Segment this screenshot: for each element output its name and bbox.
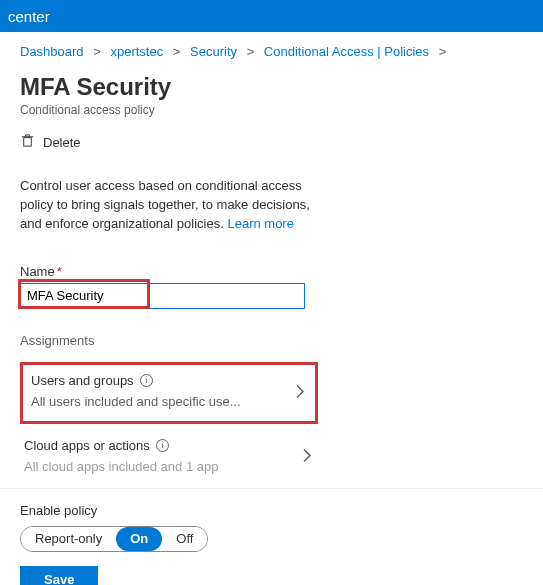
assignments-heading: Assignments: [20, 333, 523, 348]
chevron-right-icon: [295, 384, 305, 401]
policy-description: Control user access based on conditional…: [20, 177, 320, 234]
cloud-apps-item[interactable]: Cloud apps or actions i All cloud apps i…: [20, 430, 318, 484]
save-button[interactable]: Save: [20, 566, 98, 585]
breadcrumb-conditional-access[interactable]: Conditional Access | Policies: [264, 44, 429, 59]
page-title: MFA Security: [20, 73, 523, 101]
chevron-right-icon: >: [439, 44, 447, 59]
page-subtitle: Conditional access policy: [20, 103, 523, 117]
breadcrumb-security[interactable]: Security: [190, 44, 237, 59]
toggle-off[interactable]: Off: [162, 527, 207, 551]
info-icon[interactable]: i: [140, 374, 153, 387]
main-content: Dashboard > xpertstec > Security > Condi…: [0, 32, 543, 585]
breadcrumb-xpertstec[interactable]: xpertstec: [110, 44, 163, 59]
chevron-right-icon: [302, 448, 312, 465]
top-bar-title: center: [8, 8, 50, 25]
enable-policy-label: Enable policy: [20, 503, 523, 518]
toggle-report-only[interactable]: Report-only: [21, 527, 116, 551]
trash-icon: [20, 133, 35, 151]
delete-label: Delete: [43, 135, 81, 150]
info-icon[interactable]: i: [156, 439, 169, 452]
svg-rect-0: [24, 138, 32, 146]
name-label: Name*: [20, 264, 523, 279]
toggle-on[interactable]: On: [116, 527, 162, 551]
delete-button[interactable]: Delete: [20, 133, 523, 151]
cloud-apps-subtitle: All cloud apps included and 1 app: [24, 459, 264, 474]
name-input[interactable]: [20, 283, 305, 309]
chevron-right-icon: >: [173, 44, 181, 59]
chevron-right-icon: >: [247, 44, 255, 59]
top-bar: center: [0, 0, 543, 32]
assignments-accordion: Users and groups i All users included an…: [20, 362, 318, 484]
users-groups-title: Users and groups: [31, 373, 134, 388]
name-field-wrap: [20, 283, 523, 309]
cloud-apps-title: Cloud apps or actions: [24, 438, 150, 453]
learn-more-link[interactable]: Learn more: [227, 216, 293, 231]
required-indicator: *: [57, 264, 62, 279]
chevron-right-icon: >: [93, 44, 101, 59]
breadcrumb-dashboard[interactable]: Dashboard: [20, 44, 84, 59]
enable-policy-toggle: Report-only On Off: [20, 526, 208, 552]
users-and-groups-item[interactable]: Users and groups i All users included an…: [20, 362, 318, 424]
breadcrumb: Dashboard > xpertstec > Security > Condi…: [20, 44, 523, 59]
users-groups-subtitle: All users included and specific use...: [31, 394, 271, 409]
divider: [0, 488, 543, 489]
